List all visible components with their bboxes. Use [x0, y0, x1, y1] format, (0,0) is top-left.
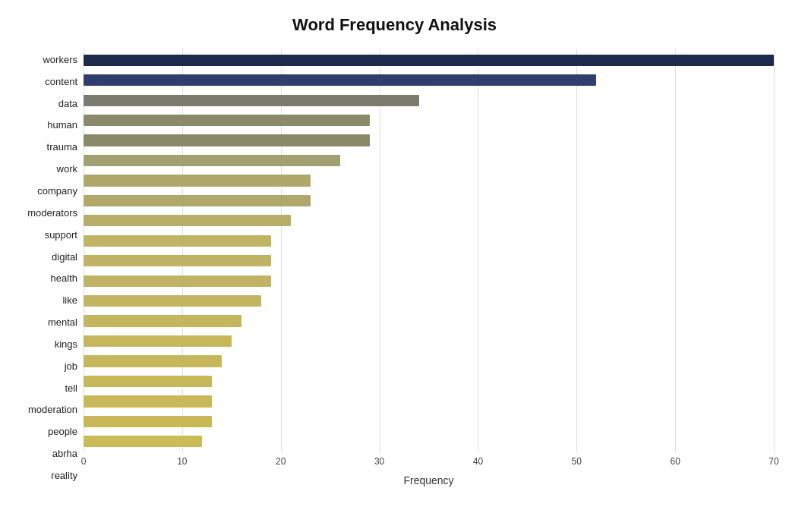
bar-row [84, 231, 774, 250]
bar-row [84, 291, 774, 310]
bar [84, 195, 311, 206]
y-label: people [15, 427, 77, 436]
grid-and-bars [84, 49, 774, 453]
y-label: work [15, 164, 77, 174]
bar [84, 95, 419, 106]
y-label: health [15, 273, 77, 283]
bar [84, 155, 340, 166]
bar-row [84, 251, 774, 271]
y-label: job [15, 361, 77, 371]
bar-row [84, 432, 774, 452]
bar [84, 376, 212, 387]
bar [84, 335, 232, 347]
bar [84, 315, 241, 326]
bar [84, 255, 271, 266]
y-label: like [15, 295, 77, 305]
bar-row [84, 131, 774, 150]
bar-row [84, 90, 774, 110]
y-label: digital [15, 252, 77, 262]
x-tick: 40 [473, 456, 483, 467]
x-axis-title: Frequency [84, 474, 774, 486]
bar-row [84, 351, 774, 371]
bar [84, 55, 774, 66]
x-tick: 10 [177, 456, 187, 467]
y-label: mental [15, 317, 77, 327]
bar-row [84, 211, 774, 231]
y-labels: workerscontentdatahumantraumaworkcompany… [15, 49, 84, 486]
bar-row [84, 110, 774, 130]
bar-row [84, 190, 774, 210]
chart-container: Word Frequency Analysis workerscontentda… [0, 0, 789, 532]
bar [84, 416, 212, 427]
bar-row [84, 150, 774, 170]
grid-line [774, 49, 775, 453]
y-label: company [15, 186, 77, 196]
bar-row [84, 70, 774, 90]
x-tick: 0 [81, 456, 87, 467]
y-label: reality [15, 471, 77, 480]
bar [84, 275, 271, 287]
bar-row [84, 371, 774, 391]
x-axis-labels: 010203040506070 [84, 456, 774, 471]
y-label: human [15, 120, 77, 130]
bar [84, 74, 596, 86]
x-tick: 60 [670, 456, 680, 467]
bars-column [84, 49, 774, 453]
bar [84, 295, 261, 307]
bar [84, 175, 311, 186]
y-label: data [15, 99, 77, 109]
x-tick: 30 [374, 456, 384, 467]
bar-row [84, 311, 774, 331]
y-label: abrha [15, 449, 77, 458]
bar-row [84, 271, 774, 291]
bar-row [84, 392, 774, 411]
y-label: content [15, 77, 77, 87]
y-label: moderators [15, 208, 77, 218]
x-tick: 50 [572, 456, 582, 467]
x-tick: 20 [276, 456, 286, 467]
bar [84, 436, 202, 447]
y-label: moderation [15, 405, 77, 414]
bar-row [84, 411, 774, 431]
chart-area: workerscontentdatahumantraumaworkcompany… [15, 49, 774, 486]
bar [84, 395, 212, 407]
bars-and-grid: 010203040506070 Frequency [84, 49, 774, 486]
bar-row [84, 50, 774, 70]
bar [84, 215, 291, 226]
chart-title: Word Frequency Analysis [15, 15, 774, 35]
bar [84, 115, 370, 126]
bar [84, 355, 222, 367]
bar [84, 235, 271, 247]
x-tick: 70 [768, 456, 778, 467]
bar-row [84, 331, 774, 351]
y-label: tell [15, 383, 77, 393]
y-label: kings [15, 339, 77, 349]
y-label: trauma [15, 142, 77, 152]
y-label: support [15, 230, 77, 240]
y-label: workers [15, 55, 77, 65]
bar-row [84, 171, 774, 190]
bar [84, 134, 370, 146]
